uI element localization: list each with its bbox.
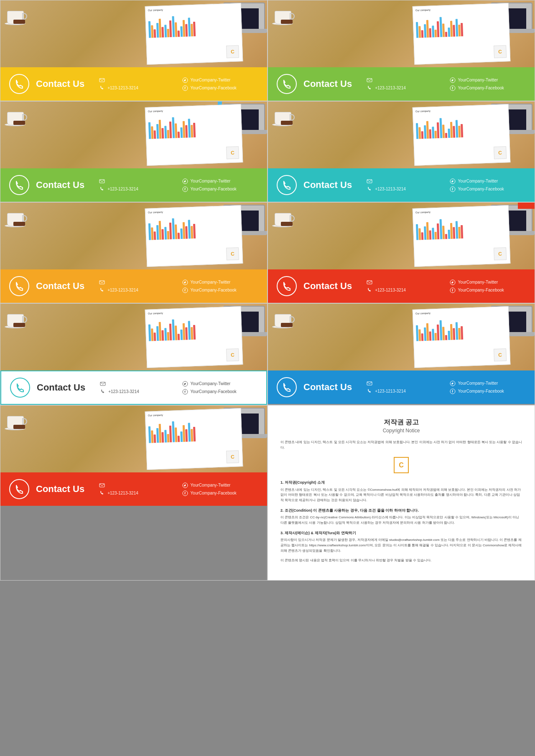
card-5-image: Our company C [0, 203, 267, 269]
phone-small-icon-6 [367, 287, 372, 293]
card-6-image: Our company C [268, 203, 535, 269]
phone-icon-5 [9, 276, 30, 297]
contact-title-4: Contact Us [303, 180, 352, 190]
phone-icon-9 [9, 479, 30, 500]
phone-text-7: +123-1213-3214 [108, 389, 139, 394]
contact-info-4: +123-1213-3214 [367, 178, 443, 192]
social-group-1: YourCompany-Twitter YourCompany-Facebook [182, 77, 259, 91]
svg-point-12 [277, 175, 296, 195]
facebook-text-8: YourCompany-Facebook [458, 389, 504, 393]
card-4-image: Our company C [268, 101, 535, 168]
card-5: Our company C Contact Us [0, 202, 268, 303]
email-icon-4 [367, 178, 372, 184]
contact-info-6: +123-1213-3214 [367, 279, 443, 293]
copyright-section-3-text: 문의사항이 있으시거나 저작권 문제가 발생한 경우, 저작권자에게 이메일 s… [280, 538, 522, 553]
facebook-icon-6 [450, 287, 456, 293]
twitter-icon-8 [450, 381, 456, 386]
copyright-section-1-title: 1. 저작권(Copyright) 소개 [280, 479, 522, 485]
twitter-text-2: YourCompany-Twitter [458, 78, 498, 82]
card-4: Our company C Contact Us [268, 101, 535, 202]
copyright-section-4: 이 콘텐츠에 명시된 내용은 법적 효력이 있으며 이를 무시하거나 위반할 경… [280, 558, 522, 563]
phone-text-4: +123-1213-3214 [375, 187, 406, 191]
copyright-section-2-text: 이 콘텐츠의 조건은 CC-by-nc(Creative Commons Att… [280, 515, 522, 526]
contact-bar-3: Contact Us +123-1213-3214 YourCompany-Tw… [0, 168, 267, 202]
facebook-text-7: YourCompany-Facebook [191, 389, 237, 394]
copyright-section-2: 2. 조건(Condition) 이 콘텐츠를 사용하는 경우, 다음 조건 줄… [280, 507, 522, 526]
card-8: Our company C Contact Us [268, 303, 535, 405]
copyright-section-3: 3. 제작사(메이슨) & 제작자(Tura)와 연락하기 문의사항이 있으시거… [280, 530, 522, 554]
twitter-icon-3 [182, 178, 188, 184]
contact-title-9: Contact Us [36, 484, 84, 495]
svg-point-4 [277, 74, 296, 94]
contact-bar-7: Contact Us +123-1213-3214 YourCompany-Tw… [0, 370, 267, 405]
email-icon-8 [367, 381, 372, 386]
facebook-text-2: YourCompany-Facebook [458, 86, 504, 90]
copyright-panel: 저작권 공고 Copyright Notice 이 콘텐츠 내에 있는 디자인,… [268, 406, 535, 580]
twitter-text-8: YourCompany-Twitter [458, 381, 498, 386]
phone-text-6: +123-1213-3214 [375, 288, 406, 292]
social-group-4: YourCompany-Twitter YourCompany-Facebook [450, 178, 526, 192]
contact-title-1: Contact Us [36, 79, 84, 89]
copyright-section-3-title: 3. 제작사(메이슨) & 제작자(Tura)와 연락하기 [280, 530, 522, 536]
phone-icon-6 [276, 276, 297, 297]
copyright-card: 저작권 공고 Copyright Notice 이 콘텐츠 내에 있는 디자인,… [268, 405, 535, 581]
svg-point-28 [277, 378, 296, 397]
email-icon-9 [99, 482, 105, 488]
copyright-logo-box: C [394, 457, 409, 474]
email-icon-1 [99, 77, 105, 83]
phone-icon-7 [10, 377, 31, 398]
svg-point-20 [277, 277, 296, 296]
social-group-9: YourCompany-Twitter YourCompany-Facebook [182, 482, 259, 496]
twitter-text-9: YourCompany-Twitter [191, 483, 231, 487]
phone-icon-8 [276, 377, 297, 398]
card-3-image: Our company C [0, 101, 267, 168]
contact-info-9: +123-1213-3214 [99, 482, 176, 496]
facebook-text-9: YourCompany-Facebook [191, 491, 237, 495]
social-group-5: YourCompany-Twitter YourCompany-Facebook [182, 279, 259, 293]
contact-title-2: Contact Us [303, 79, 352, 89]
phone-icon-1 [9, 74, 30, 94]
phone-icon-3 [9, 175, 30, 195]
email-icon-6 [367, 279, 372, 285]
phone-text-3: +123-1213-3214 [107, 187, 138, 191]
copyright-title-en: Copyright Notice [280, 428, 522, 434]
phone-text-1: +123-1213-3214 [107, 86, 138, 90]
contact-bar-1: Contact Us +123-1213-3214 YourCompany-Tw… [0, 67, 267, 101]
social-group-8: YourCompany-Twitter YourCompany-Facebook [450, 381, 526, 394]
facebook-icon-3 [182, 186, 188, 192]
card-7: Our company C Contact Us [0, 303, 268, 405]
twitter-icon-2 [450, 77, 456, 83]
facebook-icon-9 [182, 490, 188, 496]
phone-small-icon-1 [99, 85, 105, 91]
contact-info-3: +123-1213-3214 [99, 178, 176, 192]
contact-title-6: Contact Us [303, 281, 352, 292]
card-1-image: Our company C [0, 0, 267, 67]
phone-small-icon-9 [99, 490, 105, 496]
card-3: Our company C Contact Us [0, 101, 268, 202]
contact-bar-6: Contact Us +123-1213-3214 YourCompany-Tw… [268, 269, 535, 303]
email-icon-7 [100, 381, 106, 387]
facebook-text-6: YourCompany-Facebook [458, 288, 504, 292]
contact-info-7: +123-1213-3214 [100, 381, 176, 395]
email-icon-5 [99, 279, 105, 285]
email-icon-2 [367, 77, 372, 83]
contact-info-5: +123-1213-3214 [99, 279, 176, 293]
card-9: Our company C Contact Us [0, 405, 268, 581]
twitter-icon-7 [182, 381, 188, 387]
phone-small-icon-4 [367, 186, 372, 192]
copyright-content: 이 콘텐츠 내에 있는 디자인, 텍스트 및 모든 시각적 요소는 저작권법에 … [280, 440, 522, 563]
copyright-section-intro: 이 콘텐츠 내에 있는 디자인, 텍스트 및 모든 시각적 요소는 저작권법에 … [280, 440, 522, 451]
svg-point-8 [10, 175, 29, 195]
facebook-icon-5 [182, 287, 188, 293]
contact-info-2: +123-1213-3214 [367, 77, 443, 91]
contact-bar-8: Contact Us +123-1213-3214 YourCompany-Tw… [268, 370, 535, 404]
phone-small-icon-5 [99, 287, 105, 293]
twitter-icon-6 [450, 279, 456, 285]
card-6: Our company C Contact Us [268, 202, 535, 303]
phone-small-icon-2 [367, 85, 372, 91]
social-group-3: YourCompany-Twitter YourCompany-Facebook [182, 178, 259, 192]
facebook-text-1: YourCompany-Facebook [191, 86, 237, 90]
contact-title-7: Contact Us [37, 382, 85, 393]
phone-text-9: +123-1213-3214 [107, 491, 138, 495]
twitter-icon-4 [450, 178, 456, 184]
